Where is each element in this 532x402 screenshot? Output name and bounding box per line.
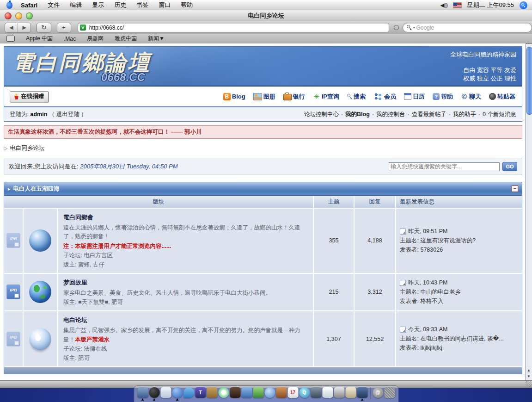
dock-icon-clapperboard[interactable] (334, 387, 344, 398)
dock-icon-idvd[interactable] (264, 387, 275, 398)
apple-menu-icon[interactable] (6, 2, 12, 9)
quick-search-input[interactable] (389, 162, 500, 171)
nav-repost[interactable]: 转贴器 (489, 93, 515, 101)
dock-icon-pages[interactable] (322, 387, 333, 398)
banner-tagline: 全球电白同胞的精神家园 (450, 50, 516, 59)
bookmarks-book-icon[interactable] (6, 36, 15, 42)
link-new-messages[interactable]: 0 个新短消息 (483, 111, 516, 118)
dock-icon-itunes[interactable] (218, 387, 229, 398)
nav-album[interactable]: 图册 (253, 93, 275, 101)
last-post-topic[interactable]: 主题名: 这里有没有说涯话的? (400, 237, 522, 245)
go-button[interactable]: GO (502, 162, 517, 171)
nav-help[interactable]: ?帮助 (433, 93, 453, 101)
link-new-posts[interactable]: 查看最新帖子 (412, 111, 446, 118)
subforum-link[interactable]: 子论坛: 法律在线 (63, 344, 308, 353)
last-post-icon[interactable] (400, 229, 406, 235)
scroll-up-arrow[interactable]: ▲ (527, 368, 531, 372)
reload-button[interactable]: ↻ (37, 23, 51, 33)
input-language-flag-icon[interactable] (453, 2, 462, 8)
bookmark-yahoo-china[interactable]: 雅虎中国 (115, 35, 137, 43)
dock-icon-guitar-app[interactable] (276, 387, 287, 398)
dock-icon-quicktime[interactable]: Q (299, 387, 310, 398)
forum-moderators[interactable]: 版主: 肥哥 (63, 353, 308, 363)
category-header[interactable]: ▸ 电白人在五湖四海 − (4, 182, 522, 196)
address-bar[interactable]: V (78, 23, 389, 32)
menu-app-name[interactable]: Safari (21, 2, 37, 9)
dock-icon-textedit[interactable]: T (195, 387, 206, 398)
scroll-down-arrow[interactable]: ▼ (527, 374, 531, 378)
menu-item-help[interactable]: 帮助 (181, 1, 193, 9)
last-post-author[interactable]: 发表者: 5783026 (400, 246, 522, 254)
link-control-center[interactable]: 论坛控制中心 (304, 111, 339, 118)
nav-search[interactable]: 搜索 (347, 93, 366, 101)
dock-icon-camera-app[interactable] (357, 387, 367, 398)
forum-name-link[interactable]: 電白同鄉會 (63, 213, 308, 222)
last-post-icon[interactable] (400, 327, 406, 333)
subforum-link[interactable]: 子论坛: 电白方言区 (63, 251, 308, 260)
menu-item-bookmarks[interactable]: 书签 (136, 1, 148, 9)
last-post-author[interactable]: 发表者: 格格不入 (400, 297, 522, 305)
dock-icon-preview[interactable] (160, 387, 171, 398)
back-button[interactable]: ◀ (5, 23, 18, 32)
last-post-topic[interactable]: 主题名: 中山的电白老乡 (400, 288, 522, 296)
nav-ip-lookup[interactable]: ✳IP查询 (313, 93, 339, 101)
dock-icon-at-utility[interactable]: @ (373, 387, 383, 398)
chat-icon: © (461, 93, 468, 100)
dock-icon-mail[interactable] (311, 387, 321, 398)
link-my-blog[interactable]: 我的Blog (345, 111, 370, 118)
bookmark-dotmac[interactable]: .Mac (64, 36, 76, 42)
forum-moderators[interactable]: 版主: 蜜蜂, 古仔 (63, 260, 308, 269)
topic-count: 215 (314, 274, 354, 310)
last-post-icon[interactable] (400, 280, 406, 286)
dock-icon-garageband[interactable] (253, 387, 263, 398)
menu-item-edit[interactable]: 编辑 (70, 1, 82, 9)
resize-grip[interactable] (526, 381, 532, 387)
nav-calendar[interactable]: 日历 (404, 93, 425, 101)
forum-moderators[interactable]: 版主: ■天下無雙■, 肥哥 (63, 297, 308, 307)
bookmark-news-folder[interactable]: 新闻▼ (148, 35, 165, 43)
dock-icon-imovie[interactable] (241, 387, 252, 398)
dock-icon-trash[interactable] (384, 387, 395, 398)
menu-item-file[interactable]: 文件 (48, 1, 60, 9)
bookmark-apple-china[interactable]: Apple 中国 (26, 35, 53, 43)
last-post-topic[interactable]: 主题名: 在电白教书的同志们请进, 谈�... (400, 335, 522, 343)
menu-item-view[interactable]: 显示 (92, 1, 104, 9)
forum-name-link[interactable]: 梦回故里 (63, 278, 308, 287)
dock-icon-safari[interactable] (172, 387, 183, 398)
add-bookmark-button[interactable]: + (57, 23, 71, 33)
nav-blog[interactable]: BBlog (223, 93, 245, 100)
collapse-button[interactable]: − (512, 186, 518, 192)
url-input[interactable] (88, 24, 389, 31)
username[interactable]: admin (30, 111, 47, 118)
forward-button[interactable]: ▶ (18, 23, 31, 32)
dock-icon-utility[interactable] (345, 387, 356, 398)
dock-icon-address-book[interactable] (207, 387, 217, 398)
report-bug-icon[interactable] (394, 25, 399, 30)
help-icon: ? (433, 93, 440, 100)
dock-icon-ichat[interactable] (183, 387, 194, 398)
link-my-panel[interactable]: 我的控制台 (376, 111, 405, 118)
breadcrumb-home-link[interactable]: 电白同乡论坛 (10, 144, 44, 152)
scrollbar-thumb[interactable] (526, 47, 532, 115)
dock-icon-ical[interactable]: 17 (287, 387, 298, 398)
donate-button[interactable]: 在线捐赠 (10, 91, 49, 102)
nav-bank[interactable]: 银行 (283, 93, 305, 101)
menu-item-history[interactable]: 历史 (114, 1, 126, 9)
last-post-author[interactable]: 发表者: lkjlkjlkjlkj (400, 344, 522, 352)
forum-name-link[interactable]: 电白论坛 (63, 316, 308, 324)
spotlight-icon[interactable] (520, 1, 527, 9)
menu-item-window[interactable]: 窗口 (159, 1, 171, 9)
category-title[interactable]: 电白人在五湖四海 (13, 185, 60, 193)
link-my-assistant[interactable]: 我的助手 (453, 111, 476, 118)
dock-icon-dashboard[interactable] (149, 387, 159, 398)
nav-members[interactable]: 会员 (373, 93, 396, 101)
volume-icon[interactable]: ◀))) (440, 2, 447, 8)
google-search-field[interactable]: ▾ Google (403, 23, 532, 32)
dock-icon-iphoto[interactable] (230, 387, 240, 398)
vertical-scrollbar[interactable]: ▲ ▼ (525, 44, 532, 380)
bookmark-eachnet[interactable]: 易趣网 (87, 35, 104, 43)
logout-link[interactable]: （ 退出登陆 ） (49, 111, 87, 118)
menubar-clock[interactable]: 星期二 上午09:55 (467, 1, 514, 9)
nav-chat[interactable]: ©聊天 (461, 93, 481, 101)
dock-icon-system[interactable] (137, 387, 148, 398)
